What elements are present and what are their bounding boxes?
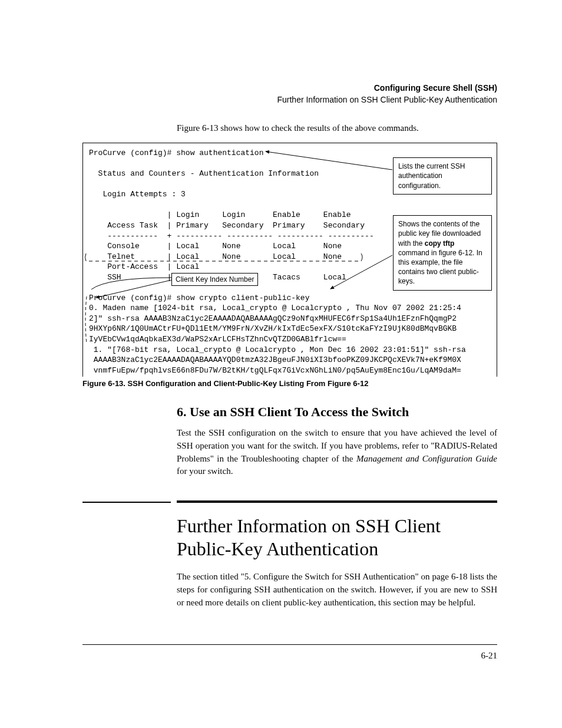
main-title: Further Information on SSH Client Public… <box>177 515 497 560</box>
page-number: 6-21 <box>82 651 497 661</box>
section-title-6: 6. Use an SSH Client To Access the Switc… <box>177 404 497 420</box>
footer-rule <box>82 644 497 645</box>
terminal-line: 9HXYp6NR/1Q0UmACtrFU+QDl1EtM/YM9FrN/XvZH… <box>89 324 493 334</box>
terminal-line: IyVEbCVw1qdAqbkaEX3d/WaPS2xArLCFHsTZhnCv… <box>89 334 493 345</box>
terminal-line: 1. "[768-bit rsa, Local_crypto @ Localcr… <box>89 345 493 355</box>
callout-auth-config: Lists the current SSH authentication con… <box>393 157 492 195</box>
terminal-figure: ProCurve (config)# show authentication S… <box>82 143 497 377</box>
section-divider <box>82 500 497 503</box>
callout-index-label: Client Key Index Number <box>171 273 258 286</box>
terminal-line: 2]" ssh-rsa AAAAB3NzaC1yc2EAAAADAQABAAAA… <box>89 314 493 324</box>
main-body: The section titled "5. Configure the Swi… <box>177 571 497 609</box>
figure-caption: Figure 6-13. SSH Configuration and Clien… <box>82 379 497 388</box>
page-header: Configuring Secure Shell (SSH) Further I… <box>82 83 497 106</box>
terminal-line: AAAAB3NzaC1yc2EAAAADAQABAAAAYQD0tmzA32JB… <box>89 355 493 365</box>
terminal-line: 0. Maden name [1024-bit rsa, Local_crypt… <box>89 303 493 314</box>
header-title: Configuring Secure Shell (SSH) <box>82 83 497 94</box>
terminal-line: ProCurve (config)# show authentication <box>89 148 493 159</box>
intro-text: Figure 6-13 shows how to check the resul… <box>177 122 497 134</box>
callout-keyfile: Shows the contents of the public key fil… <box>393 215 492 290</box>
header-subtitle: Further Information on SSH Client Public… <box>82 94 497 106</box>
section-6-body: Test the SSH configuration on the switch… <box>177 427 497 478</box>
terminal-line: ProCurve (config)# show crypto client-pu… <box>89 293 493 304</box>
terminal-line: vnmfFuEpw/fpqhlvsE66n8FDu7W/B2tKH/tgQLFq… <box>89 365 493 376</box>
